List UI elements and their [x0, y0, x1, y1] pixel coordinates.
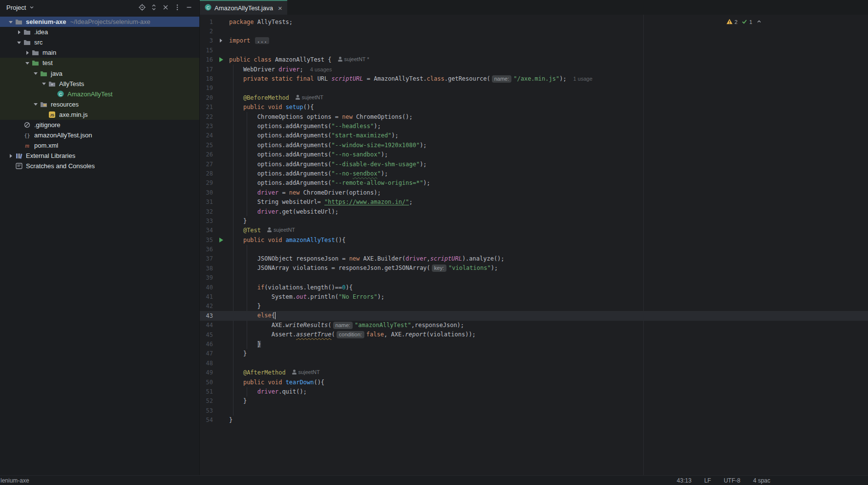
code-line-29[interactable]: 29 options.addArguments("--remote-allow-… — [200, 178, 868, 188]
select-opened-file-icon[interactable] — [137, 2, 148, 13]
code-line-35[interactable]: 35 public void amazonAllyTest(){ — [200, 235, 868, 244]
line-number[interactable]: 39 — [200, 274, 213, 281]
tree-item-idea[interactable]: .idea — [0, 27, 199, 37]
tree-item-resources[interactable]: resources — [0, 99, 199, 110]
line-number[interactable]: 47 — [200, 350, 213, 357]
line-number[interactable]: 49 — [200, 369, 213, 376]
line-number[interactable]: 34 — [200, 227, 213, 234]
line-number[interactable]: 33 — [200, 218, 213, 224]
chevron-down-icon[interactable] — [7, 18, 15, 26]
line-number[interactable]: 44 — [200, 322, 213, 329]
tree-item-amazonallytest[interactable]: CAmazonAllyTest — [0, 89, 199, 99]
chevron-down-icon[interactable] — [32, 69, 40, 77]
code-line-20[interactable]: 20 @BeforeMethodsujeetNT — [200, 93, 868, 102]
tree-item-scratches-and-consoles[interactable]: Scratches and Consoles — [0, 161, 199, 171]
chevron-down-icon[interactable] — [28, 2, 35, 13]
code-line-51[interactable]: 51 driver.quit(); — [200, 387, 868, 396]
chevron-down-icon[interactable] — [15, 39, 23, 46]
more-options-icon[interactable] — [172, 2, 183, 13]
code-line-44[interactable]: 44 AXE.writeResults(name:"amazonAllyTest… — [200, 321, 868, 330]
status-item[interactable]: 43:13 — [677, 477, 692, 484]
tree-item-java[interactable]: java — [0, 68, 199, 78]
warnings-indicator[interactable]: 2 — [726, 19, 738, 25]
code-line-50[interactable]: 50 public void tearDown(){ — [200, 377, 868, 387]
tree-item-selenium-axe[interactable]: selenium-axe~/IdeaProjects/selenium-axe — [0, 17, 199, 27]
status-item[interactable]: LF — [704, 477, 711, 484]
run-icon[interactable] — [213, 238, 229, 242]
tab-close-icon[interactable]: × — [278, 4, 282, 12]
code-line-41[interactable]: 41 System.out.println("No Errors"); — [200, 292, 868, 301]
line-number[interactable]: 35 — [200, 237, 213, 243]
line-number[interactable]: 3 — [200, 37, 213, 44]
line-number[interactable]: 40 — [200, 284, 213, 291]
code-line-37[interactable]: 37 JSONObject responseJson = new AXE.Bui… — [200, 254, 868, 264]
tree-item-amazonallytest-json[interactable]: {}amazonAllyTest.json — [0, 130, 199, 140]
code-line-34[interactable]: 34 @TestsujeetNT — [200, 226, 868, 235]
tree-item-allytests[interactable]: AllyTests — [0, 79, 199, 89]
line-number[interactable]: 48 — [200, 360, 213, 367]
status-item[interactable]: UTF-8 — [724, 477, 741, 484]
hide-panel-icon[interactable] — [184, 2, 194, 13]
code-line-17[interactable]: 17 WebDriver driver;4 usages — [200, 65, 868, 74]
line-number[interactable]: 21 — [200, 104, 213, 110]
code-line-18[interactable]: 18 private static final URL scriptURL = … — [200, 74, 868, 83]
line-number[interactable]: 27 — [200, 161, 213, 168]
passed-indicator[interactable]: 1 — [741, 19, 752, 25]
code-line-28[interactable]: 28 options.addArguments("--no-sendbox"); — [200, 169, 868, 178]
expand-all-icon[interactable] — [148, 2, 159, 13]
line-number[interactable]: 38 — [200, 265, 213, 272]
line-number[interactable]: 51 — [200, 388, 213, 395]
code-line-52[interactable]: 52 } — [200, 397, 868, 406]
code-line-15[interactable]: 15 — [200, 45, 868, 55]
chevron-down-icon[interactable] — [32, 100, 40, 108]
line-number[interactable]: 28 — [200, 170, 213, 177]
code-line-21[interactable]: 21 public void setup(){ — [200, 103, 868, 112]
code-line-1[interactable]: 1package AllyTests; — [200, 17, 868, 26]
line-number[interactable]: 32 — [200, 208, 213, 215]
fold-icon[interactable] — [213, 39, 229, 43]
code-line-31[interactable]: 31 String websiteUrl= "https://www.amazo… — [200, 197, 868, 206]
code-line-43[interactable]: 43 else{ — [200, 311, 868, 320]
status-item[interactable]: 4 spac — [753, 477, 770, 484]
line-number[interactable]: 31 — [200, 198, 213, 205]
line-number[interactable]: 29 — [200, 179, 213, 186]
tree-item-axe-min-js[interactable]: JSaxe.min.js — [0, 110, 199, 120]
code-line-2[interactable]: 2 — [200, 26, 868, 36]
chevron-down-icon[interactable] — [40, 80, 48, 88]
line-number[interactable]: 45 — [200, 331, 213, 338]
line-number[interactable]: 22 — [200, 113, 213, 120]
line-number[interactable]: 23 — [200, 123, 213, 130]
code-line-24[interactable]: 24 options.addArguments("start-maximized… — [200, 131, 868, 140]
editor-tab-amazonallytest[interactable]: C AmazonAllyTest.java × — [200, 0, 287, 15]
code-line-19[interactable]: 19 — [200, 84, 868, 93]
line-number[interactable]: 16 — [200, 56, 213, 63]
code-line-25[interactable]: 25 options.addArguments("--window-size=1… — [200, 140, 868, 150]
line-number[interactable]: 20 — [200, 94, 213, 101]
code-line-46[interactable]: 46 } — [200, 339, 868, 349]
line-number[interactable]: 18 — [200, 75, 213, 82]
line-number[interactable]: 24 — [200, 132, 213, 139]
line-number[interactable]: 46 — [200, 341, 213, 348]
line-number[interactable]: 41 — [200, 293, 213, 300]
line-number[interactable]: 30 — [200, 189, 213, 196]
line-number[interactable]: 53 — [200, 407, 213, 414]
code-editor[interactable]: 1package AllyTests;23import ...1516publi… — [200, 15, 868, 475]
chevron-down-icon[interactable] — [23, 59, 31, 67]
code-line-32[interactable]: 32 driver.get(websiteUrl); — [200, 207, 868, 216]
code-line-42[interactable]: 42 } — [200, 302, 868, 311]
code-line-47[interactable]: 47 } — [200, 349, 868, 358]
chevron-right-icon[interactable] — [7, 152, 15, 160]
code-line-27[interactable]: 27 options.addArguments("--disable-dev-s… — [200, 159, 868, 169]
code-line-23[interactable]: 23 options.addArguments("--headless"); — [200, 121, 868, 131]
line-number[interactable]: 50 — [200, 379, 213, 386]
code-line-39[interactable]: 39 — [200, 273, 868, 283]
tree-item-src[interactable]: src — [0, 37, 199, 47]
line-number[interactable]: 19 — [200, 85, 213, 91]
code-line-54[interactable]: 54} — [200, 415, 868, 424]
line-number[interactable]: 17 — [200, 66, 213, 73]
code-line-45[interactable]: 45 Assert.assertTrue(condition:false, AX… — [200, 330, 868, 339]
code-line-48[interactable]: 48 — [200, 358, 868, 368]
line-number[interactable]: 1 — [200, 19, 213, 25]
code-line-22[interactable]: 22 ChromeOptions options = new ChromeOpt… — [200, 112, 868, 121]
collapse-all-icon[interactable] — [160, 2, 171, 13]
